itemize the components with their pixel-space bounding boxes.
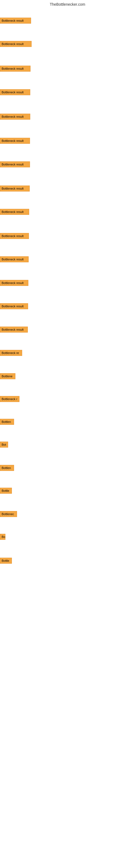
bottleneck-result-item[interactable]: Bottleneck result (0, 66, 31, 72)
bottleneck-result-item[interactable]: Bottle (0, 488, 12, 494)
bottleneck-result-item[interactable]: Bottleneck result (0, 327, 28, 333)
bottleneck-result-item[interactable]: Bottleneck result (0, 161, 30, 167)
bottleneck-result-item[interactable]: Bottlenec (0, 511, 17, 517)
bottleneck-result-item[interactable]: Bottleneck result (0, 303, 28, 309)
bottleneck-result-item[interactable]: Bottle (0, 558, 12, 564)
bottleneck-result-item[interactable]: Bottleneck re (0, 350, 22, 356)
bottleneck-result-item[interactable]: Bottlen (0, 465, 14, 471)
bottleneck-result-item[interactable]: Bottleneck result (0, 89, 30, 95)
bottleneck-result-item[interactable]: Bottleneck r (0, 396, 19, 402)
bottleneck-result-item[interactable]: Bottleneck result (0, 114, 30, 120)
site-title: TheBottlenecker.com (0, 0, 135, 8)
bottleneck-result-item[interactable]: Bottleneck result (0, 280, 28, 286)
bottleneck-result-item[interactable]: Bottlen (0, 419, 14, 425)
bottleneck-result-item[interactable]: Bottleneck result (0, 256, 29, 262)
bottleneck-result-item[interactable]: Bottleneck result (0, 186, 30, 191)
bottleneck-result-item[interactable]: Bottleneck result (0, 18, 31, 24)
bottleneck-result-item[interactable]: Bottleneck result (0, 233, 29, 239)
bottleneck-result-item[interactable]: Bottleneck result (0, 138, 30, 144)
bottleneck-result-item[interactable]: Bot (0, 442, 8, 447)
bottleneck-result-item[interactable]: Bottlene (0, 373, 15, 379)
bottleneck-result-item[interactable]: Bottleneck result (0, 209, 29, 215)
bottleneck-result-item[interactable]: Bottleneck result (0, 41, 32, 47)
bottleneck-result-item[interactable]: Bo (0, 534, 5, 540)
